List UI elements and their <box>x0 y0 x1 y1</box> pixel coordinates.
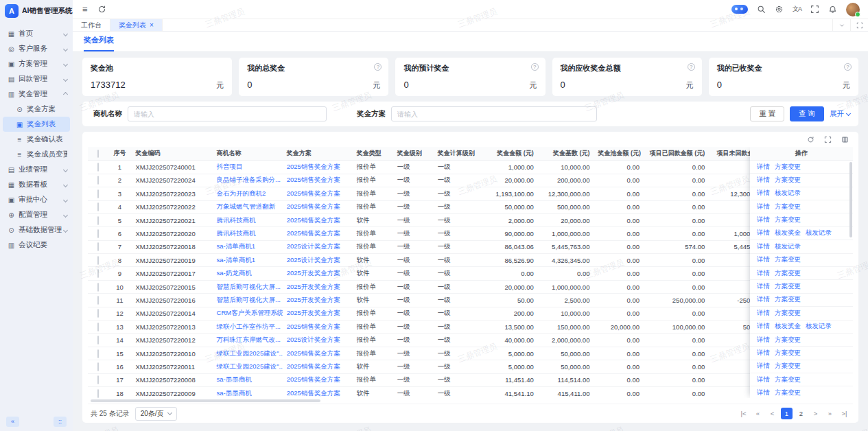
opportunity-link[interactable]: 绿联工业园2025建设"... <box>217 362 283 370</box>
opportunity-link[interactable]: sa-奶龙商机 <box>217 269 252 277</box>
action-link-详情[interactable]: 详情 <box>757 255 770 264</box>
sidebar-item-奖金确认表[interactable]: ≡奖金确认表 <box>3 132 70 147</box>
hamburger-icon[interactable]: ≡ <box>82 5 88 14</box>
action-link-详情[interactable]: 详情 <box>757 336 770 345</box>
action-link-详情[interactable]: 详情 <box>757 242 770 251</box>
row-checkbox[interactable] <box>97 296 99 305</box>
action-link-方案变更[interactable]: 方案变更 <box>775 362 801 371</box>
opportunity-link[interactable]: 抖音项目 <box>217 163 243 170</box>
bonus-plan-link[interactable]: 2025销售奖金方案 <box>287 176 340 183</box>
bonus-plan-link[interactable]: 2025销售奖金方案 <box>287 202 340 210</box>
opportunity-link[interactable]: 绿联工业园2025建设"... <box>217 349 283 357</box>
bell-icon[interactable] <box>828 5 837 14</box>
opportunity-link[interactable]: 腾讯科技商机 <box>217 229 256 237</box>
bonus-plan-link[interactable]: 2025销售奖金方案 <box>287 375 340 383</box>
action-link-方案变更[interactable]: 方案变更 <box>775 202 801 211</box>
tab-list-chevron-down-icon[interactable] <box>832 19 850 31</box>
action-link-方案变更[interactable]: 方案变更 <box>775 309 801 318</box>
refresh-icon[interactable] <box>97 5 106 14</box>
action-link-详情[interactable]: 详情 <box>757 388 770 397</box>
bonus-plan-link[interactable]: 2025设计奖金方案 <box>287 336 340 343</box>
sidebar-item-数据看板[interactable]: ▦数据看板 <box>3 177 70 192</box>
bonus-plan-link[interactable]: 2025设计奖金方案 <box>287 256 340 264</box>
avatar[interactable] <box>846 3 860 16</box>
action-link-详情[interactable]: 详情 <box>757 282 770 291</box>
prev-page-button[interactable]: < <box>766 408 778 419</box>
first-page-button[interactable]: |< <box>738 408 749 419</box>
close-icon[interactable]: × <box>150 22 154 29</box>
table-refresh-icon[interactable] <box>807 136 814 143</box>
opportunity-link[interactable]: 万象城燃气管道翻新 <box>217 202 276 210</box>
ai-assistant-icon[interactable] <box>731 5 748 14</box>
opportunity-link[interactable]: sa-清单商机1 <box>217 242 255 250</box>
horizontal-scrollbar[interactable] <box>88 399 853 403</box>
next-page-button[interactable]: > <box>810 408 821 419</box>
sidebar-item-客户服务[interactable]: ◎客户服务 <box>3 41 70 56</box>
action-link-详情[interactable]: 详情 <box>757 229 770 237</box>
help-icon[interactable]: ? <box>531 63 539 71</box>
action-link-方案变更[interactable]: 方案变更 <box>775 163 801 172</box>
prev-5-pages-button[interactable]: « <box>752 408 764 419</box>
opportunity-link[interactable]: CRM客户关系管理系统 <box>217 309 283 316</box>
action-link-详情[interactable]: 详情 <box>757 309 770 318</box>
sidebar-item-方案管理[interactable]: ▣方案管理 <box>3 56 70 71</box>
sidebar-settings-button[interactable]: :: <box>54 417 67 427</box>
sidebar-item-配置管理[interactable]: ⊕配置管理 <box>3 207 70 222</box>
tab-expand-icon[interactable] <box>850 19 868 31</box>
bonus-plan-link[interactable]: 2025销售奖金方案 <box>287 389 340 397</box>
table-fullscreen-icon[interactable] <box>824 136 832 143</box>
row-checkbox[interactable] <box>97 323 99 331</box>
action-link-方案变更[interactable]: 方案变更 <box>775 216 801 224</box>
sidebar-item-回款管理[interactable]: ▤回款管理 <box>3 71 70 86</box>
sidebar-item-奖金方案[interactable]: ⊙奖金方案 <box>3 102 70 117</box>
search-button[interactable]: 查 询 <box>790 106 824 121</box>
row-checkbox[interactable] <box>97 176 99 185</box>
bonus-plan-link[interactable]: 2025销售奖金方案 <box>287 189 340 197</box>
bonus-plan-input[interactable] <box>391 106 597 121</box>
page-button-1[interactable]: 1 <box>781 408 793 419</box>
sidebar-item-业绩管理[interactable]: ▤业绩管理 <box>3 162 70 177</box>
action-link-方案变更[interactable]: 方案变更 <box>775 375 801 384</box>
bonus-plan-link[interactable]: 2025销售奖金方案 <box>287 349 340 357</box>
action-link-方案变更[interactable]: 方案变更 <box>775 388 801 397</box>
action-link-详情[interactable]: 详情 <box>757 295 770 304</box>
page-size-select[interactable]: 20条/页 <box>135 407 177 421</box>
bonus-plan-link[interactable]: 2025开发奖金方案 <box>287 283 340 290</box>
bonus-plan-link[interactable]: 2025开发奖金方案 <box>287 296 340 303</box>
expand-filter-button[interactable]: 展开 <box>830 109 850 119</box>
action-link-核发记录[interactable]: 核发记录 <box>806 229 832 237</box>
tab-工作台[interactable]: 工作台 <box>73 19 110 31</box>
row-checkbox[interactable] <box>97 349 99 358</box>
horizontal-scrollbar-thumb[interactable] <box>91 399 320 402</box>
action-link-方案变更[interactable]: 方案变更 <box>775 282 801 291</box>
row-checkbox[interactable] <box>97 242 99 251</box>
opportunity-link[interactable]: 智慧后勤可视化大屏... <box>217 283 281 290</box>
translate-icon[interactable]: 文A <box>793 5 801 14</box>
column-settings-icon[interactable] <box>841 136 849 143</box>
vertical-scrollbar[interactable] <box>849 162 852 237</box>
action-link-详情[interactable]: 详情 <box>757 176 770 185</box>
action-link-方案变更[interactable]: 方案变更 <box>775 255 801 264</box>
help-icon[interactable]: ? <box>374 63 382 71</box>
action-link-核发记录[interactable]: 核发记录 <box>806 322 832 331</box>
action-link-方案变更[interactable]: 方案变更 <box>775 349 801 358</box>
row-checkbox[interactable] <box>97 202 99 211</box>
bonus-plan-link[interactable]: 2025销售奖金方案 <box>287 216 340 224</box>
tab-奖金列表[interactable]: 奖金列表× <box>110 19 163 31</box>
action-link-详情[interactable]: 详情 <box>757 375 770 384</box>
reset-button[interactable]: 重 置 <box>750 106 784 121</box>
page-title[interactable]: 奖金列表 <box>84 35 114 51</box>
sidebar-item-首页[interactable]: ▦首页 <box>3 26 70 41</box>
select-all-checkbox[interactable] <box>97 150 99 158</box>
action-link-核发奖金[interactable]: 核发奖金 <box>775 322 801 331</box>
row-checkbox[interactable] <box>97 362 99 371</box>
sidebar-item-奖金管理[interactable]: ▥奖金管理 <box>3 86 70 102</box>
bonus-plan-link[interactable]: 2025设计奖金方案 <box>287 242 340 250</box>
opportunity-link[interactable]: sa-墨墨商机 <box>217 375 252 383</box>
page-button-2[interactable]: 2 <box>795 408 807 419</box>
action-link-详情[interactable]: 详情 <box>757 362 770 371</box>
opportunity-link[interactable]: 腾讯科技商机 <box>217 216 256 224</box>
row-checkbox[interactable] <box>97 283 99 292</box>
help-icon[interactable]: ? <box>688 63 695 71</box>
row-checkbox[interactable] <box>97 189 99 198</box>
